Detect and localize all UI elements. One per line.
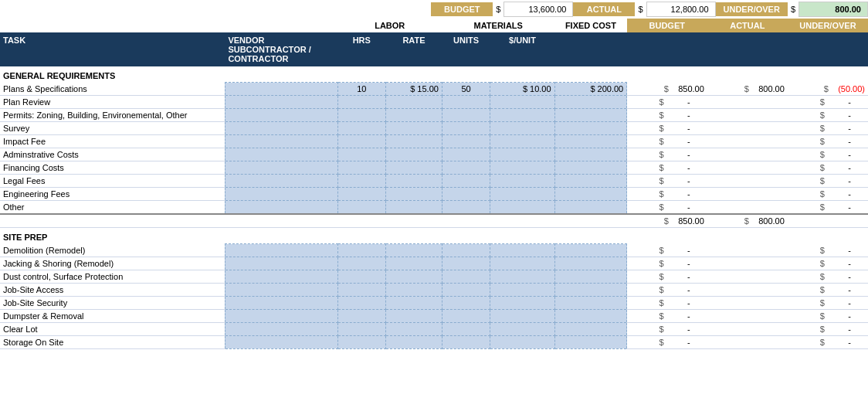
hrs-cell[interactable] <box>337 109 385 122</box>
hrs-cell[interactable] <box>337 188 385 201</box>
per-unit-cell[interactable] <box>490 296 554 309</box>
per-unit-cell[interactable] <box>490 135 554 148</box>
rate-cell[interactable] <box>386 96 442 109</box>
vendor-cell[interactable] <box>225 335 337 348</box>
units-cell[interactable]: 50 <box>442 83 490 96</box>
rate-cell[interactable] <box>386 270 442 283</box>
rate-cell[interactable] <box>386 309 442 322</box>
fixed-cost-cell[interactable] <box>554 96 627 109</box>
hrs-cell[interactable] <box>337 335 385 348</box>
hrs-cell[interactable] <box>337 270 385 283</box>
rate-cell[interactable] <box>386 296 442 309</box>
per-unit-cell[interactable] <box>490 109 554 122</box>
hrs-cell[interactable] <box>337 309 385 322</box>
hrs-cell[interactable]: 10 <box>337 83 385 96</box>
hrs-cell[interactable] <box>337 201 385 215</box>
vendor-cell[interactable] <box>225 175 337 188</box>
per-unit-cell[interactable] <box>490 175 554 188</box>
rate-cell[interactable] <box>386 322 442 335</box>
rate-cell[interactable] <box>386 161 442 175</box>
vendor-cell[interactable] <box>225 83 337 96</box>
units-cell[interactable] <box>442 257 490 270</box>
fixed-cost-cell[interactable] <box>554 244 627 257</box>
hrs-cell[interactable] <box>337 175 385 188</box>
rate-cell[interactable]: $ 15.00 <box>386 83 442 96</box>
fixed-cost-cell[interactable] <box>554 283 627 296</box>
per-unit-cell[interactable] <box>490 283 554 296</box>
vendor-cell[interactable] <box>225 201 337 215</box>
fixed-cost-cell[interactable] <box>554 175 627 188</box>
hrs-cell[interactable] <box>337 122 385 135</box>
units-cell[interactable] <box>442 283 490 296</box>
vendor-cell[interactable] <box>225 122 337 135</box>
hrs-cell[interactable] <box>337 296 385 309</box>
per-unit-cell[interactable] <box>490 270 554 283</box>
rate-cell[interactable] <box>386 188 442 201</box>
units-cell[interactable] <box>442 335 490 348</box>
per-unit-cell[interactable] <box>490 96 554 109</box>
fixed-cost-cell[interactable] <box>554 322 627 335</box>
rate-cell[interactable] <box>386 257 442 270</box>
vendor-cell[interactable] <box>225 135 337 148</box>
fixed-cost-cell[interactable] <box>554 335 627 348</box>
hrs-cell[interactable] <box>337 148 385 161</box>
vendor-cell[interactable] <box>225 296 337 309</box>
hrs-cell[interactable] <box>337 257 385 270</box>
rate-cell[interactable] <box>386 244 442 257</box>
rate-cell[interactable] <box>386 148 442 161</box>
units-cell[interactable] <box>442 309 490 322</box>
vendor-cell[interactable] <box>225 257 337 270</box>
per-unit-cell[interactable] <box>490 257 554 270</box>
rate-cell[interactable] <box>386 283 442 296</box>
fixed-cost-cell[interactable] <box>554 161 627 175</box>
units-cell[interactable] <box>442 161 490 175</box>
units-cell[interactable] <box>442 201 490 215</box>
fixed-cost-cell[interactable] <box>554 296 627 309</box>
rate-cell[interactable] <box>386 109 442 122</box>
units-cell[interactable] <box>442 148 490 161</box>
units-cell[interactable] <box>442 109 490 122</box>
per-unit-cell[interactable] <box>490 309 554 322</box>
rate-cell[interactable] <box>386 175 442 188</box>
vendor-cell[interactable] <box>225 270 337 283</box>
vendor-cell[interactable] <box>225 96 337 109</box>
fixed-cost-cell[interactable] <box>554 122 627 135</box>
units-cell[interactable] <box>442 244 490 257</box>
fixed-cost-cell[interactable] <box>554 270 627 283</box>
vendor-cell[interactable] <box>225 309 337 322</box>
per-unit-cell[interactable] <box>490 201 554 215</box>
per-unit-cell[interactable] <box>490 335 554 348</box>
units-cell[interactable] <box>442 175 490 188</box>
units-cell[interactable] <box>442 270 490 283</box>
per-unit-cell[interactable] <box>490 322 554 335</box>
hrs-cell[interactable] <box>337 96 385 109</box>
units-cell[interactable] <box>442 122 490 135</box>
units-cell[interactable] <box>442 322 490 335</box>
per-unit-cell[interactable] <box>490 148 554 161</box>
per-unit-cell[interactable] <box>490 161 554 175</box>
units-cell[interactable] <box>442 188 490 201</box>
fixed-cost-cell[interactable] <box>554 135 627 148</box>
per-unit-cell[interactable] <box>490 122 554 135</box>
rate-cell[interactable] <box>386 201 442 215</box>
vendor-cell[interactable] <box>225 322 337 335</box>
hrs-cell[interactable] <box>337 283 385 296</box>
fixed-cost-cell[interactable] <box>554 148 627 161</box>
vendor-cell[interactable] <box>225 148 337 161</box>
fixed-cost-cell[interactable] <box>554 257 627 270</box>
rate-cell[interactable] <box>386 122 442 135</box>
fixed-cost-cell[interactable] <box>554 109 627 122</box>
vendor-cell[interactable] <box>225 188 337 201</box>
per-unit-cell[interactable] <box>490 188 554 201</box>
units-cell[interactable] <box>442 96 490 109</box>
rate-cell[interactable] <box>386 135 442 148</box>
fixed-cost-cell[interactable] <box>554 201 627 215</box>
hrs-cell[interactable] <box>337 322 385 335</box>
units-cell[interactable] <box>442 296 490 309</box>
per-unit-cell[interactable] <box>490 244 554 257</box>
fixed-cost-cell[interactable] <box>554 188 627 201</box>
vendor-cell[interactable] <box>225 244 337 257</box>
rate-cell[interactable] <box>386 335 442 348</box>
units-cell[interactable] <box>442 135 490 148</box>
vendor-cell[interactable] <box>225 161 337 175</box>
